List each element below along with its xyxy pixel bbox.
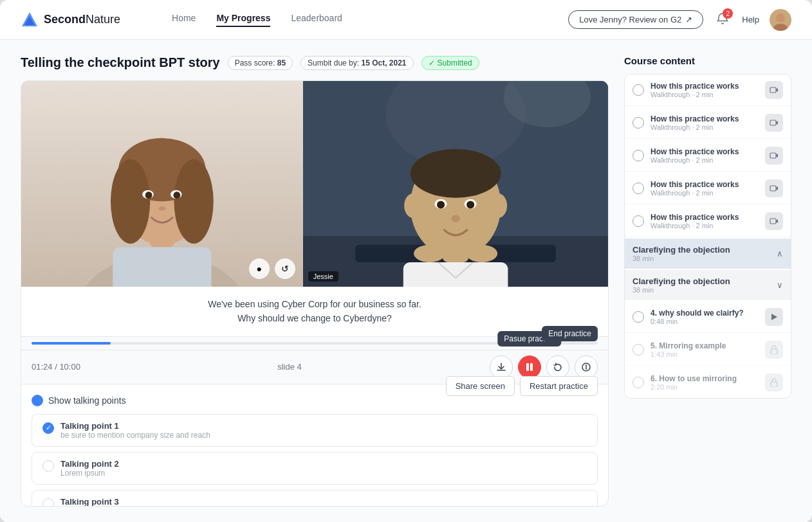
end-tooltip: End practice [542,326,598,341]
pass-score-badge: Pass score: 85 [228,56,293,70]
ci-circle-4 [632,183,644,194]
g2-review-button[interactable]: Love Jenny? Review on G2 ↗ [568,10,703,29]
ci-circle-3 [632,150,644,161]
course-item-5[interactable]: How this practice works Walkthrough · 2 … [625,206,791,237]
si-circle-2 [632,344,644,356]
talking-points-area: Show talking points ✓ Talking point 1 be… [21,384,608,506]
sub-item-1[interactable]: 4. why should we clairfy? 0:48 min [625,302,791,333]
talking-point-item[interactable]: Talking point 3 be sure to mention compa… [32,490,598,506]
ci-video-icon-1 [765,81,783,99]
toggle-dot[interactable] [32,395,43,406]
svg-rect-47 [771,349,777,354]
nav-my-progress[interactable]: My Progress [216,13,270,27]
woman-video [21,81,303,287]
chevron-down-icon: ∨ [777,280,783,290]
svg-point-2 [776,14,785,22]
svg-point-10 [111,159,150,244]
ci-text-2: How this practice works Walkthrough · 2 … [651,114,759,131]
stop-button[interactable] [575,356,598,379]
control-buttons: Pasue practice [490,356,598,379]
svg-point-35 [414,245,445,262]
si-lock-icon-2 [765,374,783,392]
lock-icon [770,378,778,387]
video-area: ● ↺ [21,81,608,287]
talking-point-item[interactable]: Talking point 2 Lorem ipsum [32,452,598,485]
notifications-button[interactable]: 2 [714,10,732,30]
controls-row: 01:24 / 10:00 slide 4 Pasue practice [21,350,608,384]
download-button[interactable] [490,356,513,379]
course-list: How this practice works Walkthrough · 2 … [624,74,791,399]
lock-icon [770,345,778,354]
si-text-1: 4. why should we clairfy? 0:48 min [651,309,759,325]
svg-rect-45 [770,219,776,224]
replay-button[interactable] [546,356,569,379]
course-item-1[interactable]: How this practice works Walkthrough · 2 … [625,75,791,106]
restart-practice-button[interactable]: Restart practice [520,376,598,396]
logo-icon [21,11,39,29]
svg-point-3 [773,24,788,31]
svg-point-26 [410,149,501,198]
slide-label: slide 4 [97,362,482,372]
section-active-header[interactable]: Clarefiying the objection 38 min ∧ [625,239,791,269]
svg-point-31 [437,201,445,208]
share-restart-row: Share screen Restart practice [446,376,598,396]
talking-point-item[interactable]: ✓ Talking point 1 be sure to mention com… [32,414,598,447]
download-icon [496,362,506,372]
content-area: Telling the checkpoint BPT story Pass sc… [21,55,609,507]
nav-leaderboard[interactable]: Leaderboard [291,13,342,27]
si-circle-3 [632,377,644,388]
si-text-3: 6. How to use mirroring 2:20 min [651,374,759,391]
script-area: We've been using Cyber Corp for our busi… [21,287,608,337]
svg-rect-42 [770,120,776,125]
svg-rect-34 [403,262,508,287]
stop-icon [581,362,591,372]
svg-point-14 [145,192,152,199]
script-line2: Why should we change to Cyberdyne? [37,311,593,325]
ci-text-1: How this practice works Walkthrough · 2 … [651,82,759,98]
share-screen-button[interactable]: Share screen [446,376,515,396]
external-link-icon: ↗ [685,15,692,24]
tp-text-1: Talking point 1 be sure to mention compa… [60,421,210,440]
course-item-3[interactable]: How this practice works Walkthrough · 2 … [625,140,791,172]
main-content: Telling the checkpoint BPT story Pass sc… [0,40,812,522]
pause-icon [525,363,534,372]
tp-circle-3 [42,498,54,506]
video-circle-btn[interactable]: ● [249,258,270,279]
svg-point-27 [404,194,421,218]
video-icon [770,118,779,127]
ci-text-4: How this practice works Walkthrough · 2 … [651,180,759,197]
svg-rect-44 [770,186,776,191]
time-display: 01:24 / 10:00 [32,362,89,372]
section-collapsed-text: Clarefiying the objection 38 min [632,276,770,294]
chevron-up-icon: ∧ [777,249,783,258]
svg-point-36 [466,245,497,262]
man-video [303,81,608,287]
show-talking-label: Show talking points [48,395,126,406]
show-talking-points-row: Show talking points [32,395,598,406]
sidebar: Course content How this practice works W… [624,55,791,507]
nav-home[interactable]: Home [172,13,196,27]
svg-rect-41 [770,87,776,93]
page-title: Telling the checkpoint BPT story [21,55,220,70]
section-collapsed-header[interactable]: Clarefiying the objection 38 min ∨ [625,270,791,300]
play-icon [770,313,778,321]
si-lock-icon-1 [765,341,783,359]
svg-point-15 [173,192,180,199]
tp-circle-2 [42,460,54,472]
si-play-icon [765,308,783,326]
course-item-4[interactable]: How this practice works Walkthrough · 2 … [625,173,791,204]
sidebar-title: Course content [624,55,791,66]
pause-button[interactable] [518,356,541,379]
logo: SecondNature [21,11,120,29]
sub-item-2: 5. Mirroring example 1:43 min [625,334,791,366]
pause-btn-wrapper: Pasue practice [518,356,541,379]
course-item-2[interactable]: How this practice works Walkthrough · 2 … [625,107,791,139]
user-avatar[interactable] [770,9,791,31]
check-icon: ✓ [429,59,435,68]
help-button[interactable]: Help [742,15,759,24]
submitted-badge: ✓ Submitted [421,56,479,70]
section-active-text: Clarefiying the objection 38 min [632,245,770,262]
main-nav: Home My Progress Leaderboard [172,13,568,27]
sub-item-3: 6. How to use mirroring 2:20 min [625,367,791,398]
video-replay-btn[interactable]: ↺ [275,258,295,279]
